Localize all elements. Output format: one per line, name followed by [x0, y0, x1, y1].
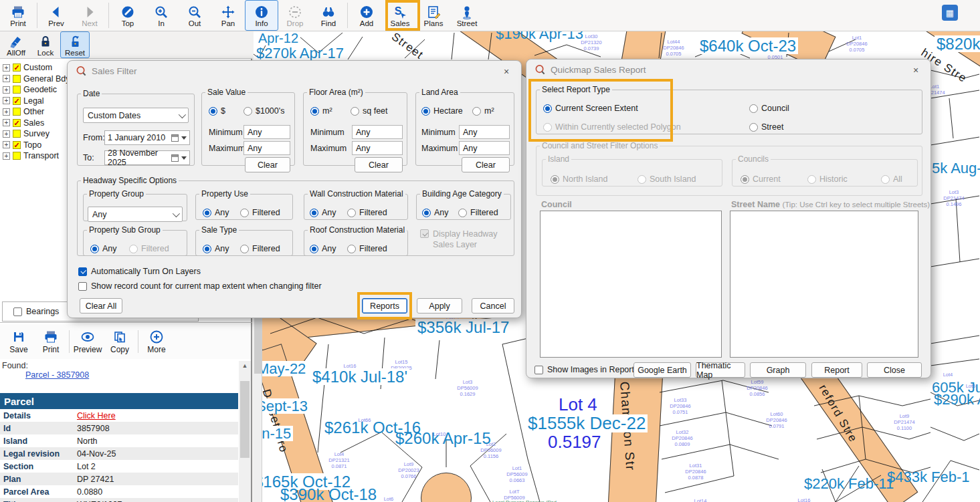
radio-current-councils[interactable]	[741, 175, 749, 184]
reports-button[interactable]: Reports	[362, 298, 407, 313]
details-link[interactable]: Click Here	[77, 411, 116, 420]
land-clear-button[interactable]: Clear	[462, 157, 510, 172]
street-listbox[interactable]	[730, 211, 918, 358]
floor-clear-button[interactable]: Clear	[355, 157, 403, 172]
preview-button[interactable]: Preview	[72, 330, 104, 354]
print-button[interactable]: Print	[1, 0, 35, 31]
radio-south-island[interactable]	[638, 175, 646, 184]
layer-checkbox[interactable]: ✓	[13, 141, 21, 149]
radio-street[interactable]	[749, 123, 758, 132]
tree-expand-icon[interactable]: +	[3, 119, 10, 126]
radio-saletype-filtered[interactable]	[240, 245, 249, 253]
graph-button[interactable]: Graph	[750, 362, 806, 378]
find-button[interactable]: Find	[312, 0, 345, 31]
panel-scrollbar[interactable]: ▲	[239, 361, 251, 502]
reset-button[interactable]: Reset	[60, 31, 90, 58]
tree-expand-icon[interactable]: +	[3, 108, 10, 116]
floor-max-input[interactable]: Any	[352, 141, 403, 155]
land-min-input[interactable]: Any	[459, 125, 510, 139]
copy-button[interactable]: Copy	[104, 330, 136, 354]
scroll-up-icon[interactable]: ▲	[239, 361, 251, 371]
auto-layers-checkbox[interactable]	[78, 267, 87, 276]
google-earth-button[interactable]: Google Earth	[633, 362, 691, 378]
sales-button[interactable]: S Sales	[383, 0, 417, 31]
add-button[interactable]: Add	[350, 0, 383, 31]
scrollbar-thumb[interactable]	[240, 381, 250, 458]
bearings-checkbox[interactable]	[13, 307, 22, 316]
save-button[interactable]: Save	[3, 330, 35, 354]
tree-item[interactable]: +Other	[3, 106, 70, 118]
map-scrollbar[interactable]	[254, 304, 262, 502]
alloff-button[interactable]: AllOff	[1, 31, 31, 58]
tree-expand-icon[interactable]: +	[3, 75, 10, 82]
lock-button[interactable]: Lock	[31, 31, 60, 58]
top-button[interactable]: Top	[111, 0, 144, 31]
radio-hectare[interactable]	[421, 107, 430, 116]
layer-checkbox[interactable]	[13, 108, 21, 116]
tree-expand-icon[interactable]: +	[3, 86, 10, 94]
prev-button[interactable]: Prev	[39, 0, 73, 31]
property-group-select[interactable]: Any	[88, 207, 183, 222]
apply-button[interactable]: Apply	[417, 298, 462, 313]
tree-item[interactable]: +✓Custom	[3, 62, 70, 74]
radio-historic-councils[interactable]	[807, 175, 816, 184]
clear-all-button[interactable]: Clear All	[80, 298, 122, 313]
radio-use-any[interactable]	[203, 209, 211, 217]
radio-council[interactable]	[749, 104, 758, 113]
record-count-checkbox[interactable]	[78, 282, 87, 291]
close-button[interactable]: Close	[867, 362, 922, 378]
radio-sqfeet[interactable]	[351, 107, 359, 116]
radio-all-councils[interactable]	[881, 175, 890, 184]
date-preset-select[interactable]: Custom Dates	[83, 108, 189, 123]
print-result-button[interactable]: Print	[35, 330, 67, 354]
radio-roof-any[interactable]	[310, 245, 318, 253]
layer-checkbox[interactable]	[13, 86, 21, 94]
radio-land-m2[interactable]	[472, 107, 481, 116]
dialog-titlebar[interactable]: Quickmap Sales Report	[526, 59, 930, 80]
sale-max-input[interactable]: Any	[243, 141, 290, 155]
more-button[interactable]: More	[140, 330, 173, 354]
radio-dollars[interactable]	[209, 107, 217, 116]
sale-min-input[interactable]: Any	[243, 125, 290, 139]
to-date-picker[interactable]: 28 November 2025	[104, 150, 190, 165]
layer-checkbox[interactable]	[13, 130, 21, 138]
dialog-titlebar[interactable]: Sales Filter	[68, 61, 521, 81]
tree-expand-icon[interactable]: +	[3, 152, 10, 160]
dropdown-arrow-icon[interactable]	[181, 156, 187, 160]
tree-expand-icon[interactable]: +	[3, 97, 10, 104]
radio-wall-any[interactable]	[310, 209, 318, 217]
radio-age-any[interactable]	[422, 209, 431, 217]
layer-checkbox[interactable]	[13, 152, 21, 160]
tree-item[interactable]: +Transport	[3, 150, 70, 162]
tree-item[interactable]: +Geodetic	[3, 84, 70, 96]
radio-age-filtered[interactable]	[458, 209, 467, 217]
show-images-checkbox[interactable]	[534, 366, 543, 374]
from-date-picker[interactable]: 1 January 2010	[104, 130, 190, 145]
radio-subgroup-filtered[interactable]	[129, 245, 138, 253]
radio-subgroup-any[interactable]	[90, 245, 99, 253]
drop-button[interactable]: Drop	[278, 0, 312, 31]
radio-saletype-any[interactable]	[203, 245, 211, 253]
thematic-map-button[interactable]: Thematic Map	[696, 362, 745, 378]
land-max-input[interactable]: Any	[459, 141, 510, 155]
info-button[interactable]: Info	[245, 0, 278, 31]
tree-expand-icon[interactable]: +	[3, 130, 10, 138]
layer-checkbox[interactable]: ✓	[13, 64, 21, 72]
dropdown-arrow-icon[interactable]	[181, 136, 187, 140]
sale-clear-button[interactable]: Clear	[245, 157, 290, 172]
tree-expand-icon[interactable]: +	[3, 141, 10, 148]
tree-item[interactable]: +✓Legal	[3, 96, 70, 107]
found-parcel-link[interactable]: Parcel - 3857908	[25, 370, 89, 380]
zoom-in-button[interactable]: In	[144, 0, 178, 31]
next-button[interactable]: Next	[73, 0, 106, 31]
radio-selected-polygon[interactable]	[543, 123, 552, 132]
floor-min-input[interactable]: Any	[352, 125, 403, 139]
zoom-out-button[interactable]: Out	[178, 0, 211, 31]
radio-north-island[interactable]	[551, 175, 559, 184]
plans-button[interactable]: Plans	[417, 0, 450, 31]
pan-button[interactable]: Pan	[211, 0, 245, 31]
tree-expand-icon[interactable]: +	[3, 64, 10, 72]
close-icon[interactable]: ×	[910, 65, 921, 76]
close-icon[interactable]: ×	[501, 66, 512, 77]
cancel-button[interactable]: Cancel	[472, 298, 514, 313]
